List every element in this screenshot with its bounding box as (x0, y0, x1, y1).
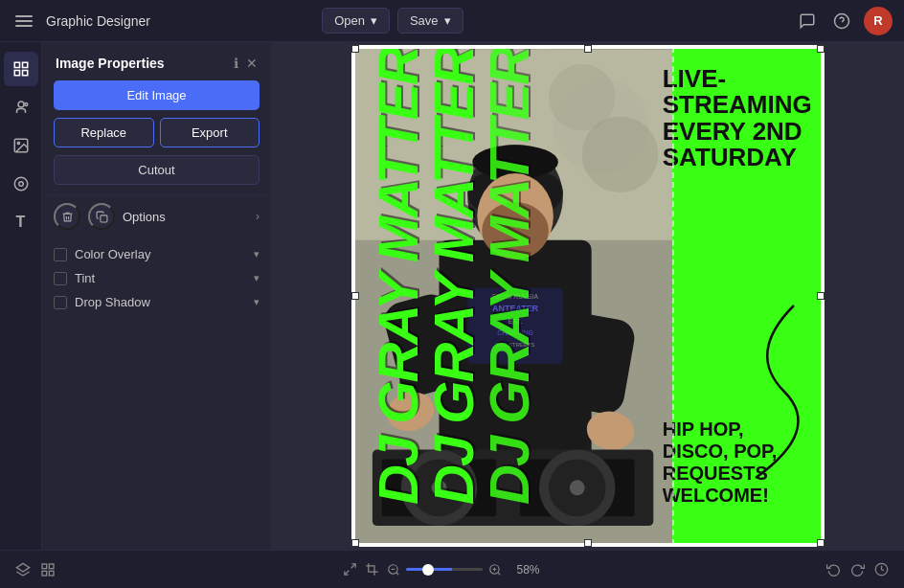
panel-header-icons: ℹ ✕ (234, 56, 258, 71)
svg-marker-43 (16, 563, 29, 572)
bottom-left (15, 562, 56, 577)
chevron-down-icon: ▾ (444, 13, 451, 28)
drop-shadow-expand[interactable]: ▾ (254, 296, 260, 308)
sidebar-item-users[interactable] (4, 90, 38, 124)
zoom-label: 58% (508, 563, 540, 577)
svg-point-10 (14, 177, 28, 191)
svg-rect-4 (14, 71, 19, 76)
drop-shadow-row: Drop Shadow ▾ (54, 295, 260, 309)
delete-button[interactable] (54, 203, 80, 230)
vertical-text-1: DJ GRAY MATTER (371, 47, 426, 505)
tint-expand[interactable]: ▾ (254, 272, 260, 284)
sidebar-icons: T (0, 42, 42, 550)
chevron-down-icon: ▾ (371, 13, 377, 28)
options-chevron[interactable]: › (256, 210, 260, 223)
svg-rect-46 (42, 571, 47, 576)
drop-shadow-label: Drop Shadow (75, 295, 246, 309)
topbar: Graphic Designer Open ▾ Save ▾ R (0, 0, 904, 42)
expand-button[interactable] (343, 562, 357, 577)
color-overlay-checkbox[interactable] (54, 248, 67, 261)
help-button[interactable] (829, 9, 854, 34)
dashed-divider (672, 47, 674, 545)
svg-point-11 (18, 182, 23, 187)
undo-button[interactable] (826, 562, 841, 577)
replace-button[interactable]: Replace (54, 118, 154, 147)
topbar-right: R (795, 7, 893, 35)
color-overlay-label: Color Overlay (75, 247, 246, 261)
layers-toggle-button[interactable] (15, 562, 31, 577)
topbar-actions: Open ▾ Save ▾ (322, 8, 463, 34)
tint-label: Tint (75, 271, 246, 285)
canvas-area[interactable]: ANTEATER EST. CHARGING THE STREETS FROM … (272, 42, 904, 550)
zoom-in-button[interactable] (488, 563, 502, 577)
drop-shadow-checkbox[interactable] (54, 296, 67, 309)
history-button[interactable] (874, 562, 889, 577)
svg-line-49 (344, 571, 348, 575)
svg-point-9 (17, 142, 19, 144)
menu-button[interactable] (11, 11, 36, 31)
panel-title: Image Properties (56, 56, 165, 71)
replace-export-group: Replace Export (54, 118, 260, 147)
crop-button[interactable] (365, 562, 379, 577)
svg-line-51 (396, 572, 398, 575)
sidebar-item-text[interactable]: T (4, 205, 38, 239)
svg-rect-2 (14, 62, 19, 67)
redo-button[interactable] (850, 562, 865, 577)
edit-image-button[interactable]: Edit Image (54, 80, 260, 110)
grid-toggle-button[interactable] (40, 562, 56, 577)
sidebar-item-images[interactable] (4, 128, 38, 163)
sidebar-item-elements[interactable] (4, 167, 38, 201)
topbar-left: Graphic Designer (11, 11, 150, 31)
action-buttons: Edit Image Replace Export Cutout (42, 80, 271, 194)
svg-point-6 (18, 102, 24, 107)
svg-point-7 (24, 103, 27, 106)
zoom-slider[interactable] (406, 568, 483, 571)
svg-rect-12 (100, 215, 106, 221)
color-overlay-expand[interactable]: ▾ (254, 248, 260, 260)
svg-rect-3 (22, 62, 27, 67)
tint-checkbox[interactable] (54, 272, 67, 285)
cutout-button[interactable]: Cutout (54, 155, 260, 185)
curve-decoration (736, 296, 813, 487)
duplicate-button[interactable] (88, 203, 115, 230)
svg-rect-5 (22, 71, 27, 76)
chat-button[interactable] (795, 9, 820, 34)
main-area: T Image Properties ℹ ✕ Edit Image Replac… (0, 42, 904, 550)
options-label: Options (123, 210, 248, 224)
svg-rect-47 (49, 571, 54, 576)
app-title: Graphic Designer (46, 13, 150, 29)
panel-header: Image Properties ℹ ✕ (42, 42, 271, 80)
svg-rect-44 (42, 564, 47, 569)
bottom-bar: 58% (0, 550, 904, 588)
zoom-slider-container: 58% (387, 563, 540, 577)
svg-line-54 (497, 572, 500, 575)
live-streaming-text: LIVE- STREAMING EVERY 2ND SATURDAY (663, 66, 809, 170)
export-button[interactable]: Export (160, 118, 260, 147)
options-row: Options › (42, 194, 271, 237)
info-button[interactable]: ℹ (234, 56, 238, 71)
bottom-right (826, 562, 889, 577)
svg-line-48 (350, 564, 354, 568)
effects-section: Color Overlay ▾ Tint ▾ Drop Shadow ▾ (42, 237, 271, 319)
vertical-text-2: DJ GRAY MATTER (426, 47, 482, 505)
open-button[interactable]: Open ▾ (322, 8, 390, 34)
sidebar-item-layers[interactable] (4, 52, 38, 86)
design-canvas: ANTEATER EST. CHARGING THE STREETS FROM … (353, 47, 823, 545)
zoom-out-button[interactable] (387, 563, 400, 577)
avatar[interactable]: R (864, 7, 893, 35)
menu-icon (15, 15, 33, 27)
properties-panel: Image Properties ℹ ✕ Edit Image Replace … (42, 42, 272, 550)
save-button[interactable]: Save ▾ (397, 8, 463, 34)
close-button[interactable]: ✕ (246, 56, 258, 71)
vertical-text-3: DJ GRAY MATTER (482, 47, 537, 505)
tint-row: Tint ▾ (54, 271, 260, 285)
bottom-center: 58% (343, 562, 540, 577)
svg-rect-45 (49, 564, 54, 569)
color-overlay-row: Color Overlay ▾ (54, 247, 260, 261)
